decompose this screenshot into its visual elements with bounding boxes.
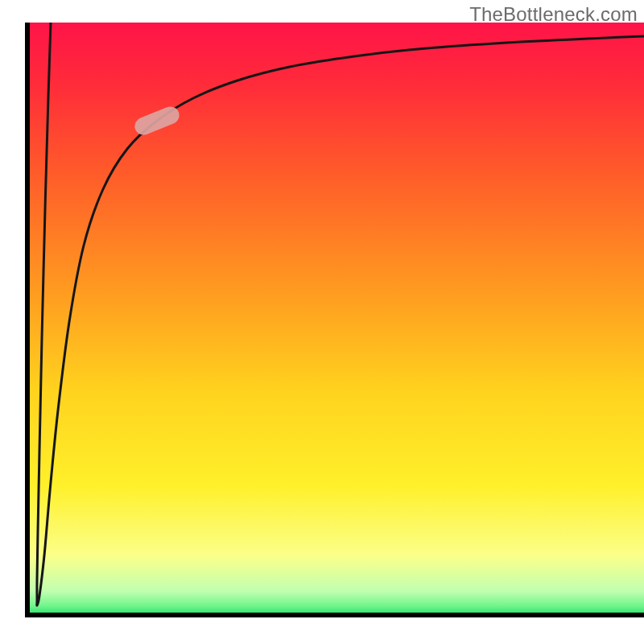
plot-background-gradient (27, 23, 644, 615)
chart-svg (0, 0, 644, 644)
bottleneck-chart: TheBottleneck.com (0, 0, 644, 644)
watermark-label: TheBottleneck.com (469, 3, 638, 26)
